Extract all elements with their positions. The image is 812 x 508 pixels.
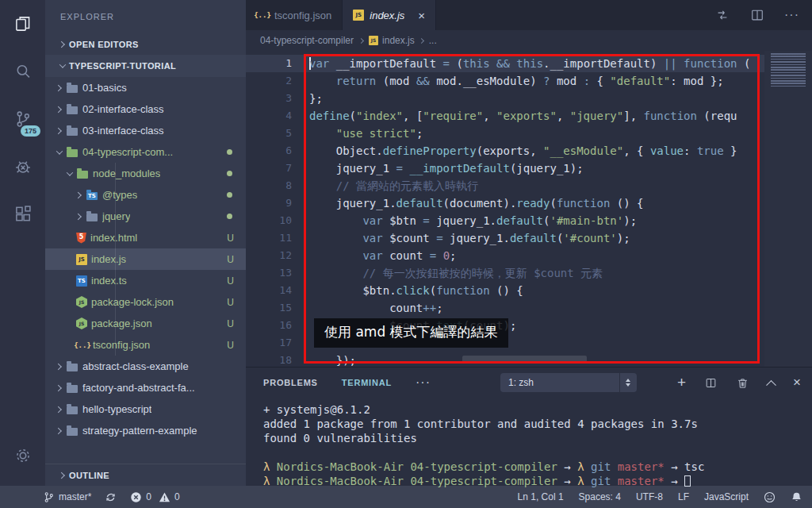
minimap[interactable]	[764, 51, 812, 367]
tree-item-@types[interactable]: TS@types	[45, 184, 246, 206]
chevron-spacer	[63, 279, 76, 283]
section-workspace[interactable]: TYPESCRIPT-TUTORIAL	[45, 55, 246, 77]
tab-terminal[interactable]: TERMINAL	[342, 378, 392, 387]
tree-item-package-lock.json[interactable]: JSpackage-lock.jsonU	[45, 291, 246, 313]
more-panels-icon[interactable]: ···	[416, 375, 431, 390]
folder-file-icon	[67, 364, 78, 371]
source-control-icon[interactable]: 175	[0, 95, 45, 143]
tab-index.js[interactable]: JSindex.js×	[343, 0, 436, 30]
tree-item-package.json[interactable]: JSpackage.jsonU	[45, 313, 246, 334]
indentation[interactable]: Spaces: 4	[579, 491, 621, 502]
encoding[interactable]: UTF-8	[636, 491, 663, 502]
tree-item-03-interface-class[interactable]: 03-interface-class	[45, 120, 246, 141]
terminal-line: + systemjs@6.1.2	[263, 402, 812, 417]
tree-item-label: strategy-pattern-example	[82, 425, 197, 437]
git-untracked-badge: U	[227, 318, 246, 329]
git-untracked-badge: U	[227, 254, 246, 265]
tree-item-label: abstract-class-example	[82, 360, 189, 372]
line-content: jquery_1.default(document).ready(functio…	[292, 194, 644, 212]
shell-selected-value: 1: zsh	[508, 377, 534, 388]
problems-status[interactable]: 0 0	[130, 491, 179, 503]
tree-item-02-interface-class[interactable]: 02-interface-class	[45, 98, 246, 120]
chevron-spacer	[63, 321, 76, 325]
feedback-smiley-icon[interactable]	[764, 491, 776, 503]
tree-item-node_modules[interactable]: node_modules	[45, 163, 246, 184]
terminal-line	[263, 445, 812, 460]
tree-item-label: index.js	[91, 253, 126, 265]
cursor-position[interactable]: Ln 1, Col 1	[518, 491, 564, 502]
breadcrumb-symbol[interactable]: ...	[429, 35, 437, 46]
tree-item-04-typescript-com...[interactable]: 04-typescript-com...	[45, 141, 246, 163]
tree-item-tsconfig.json[interactable]: {..}tsconfig.jsonU	[45, 334, 246, 356]
tree-item-factory-and-abstract-fa...[interactable]: factory-and-abstract-fa...	[45, 377, 246, 398]
tree-item-hello-typescript[interactable]: hello-typescript	[45, 398, 246, 420]
settings-gear-icon[interactable]	[0, 432, 45, 479]
folder-file-icon	[67, 406, 78, 414]
chevron-right-icon	[56, 473, 69, 478]
horizontal-scrollbar[interactable]	[462, 356, 587, 363]
sync-button[interactable]	[105, 491, 117, 503]
close-tab-icon[interactable]: ×	[418, 9, 425, 22]
chevron-right-icon	[53, 386, 66, 391]
line-number: 16	[246, 317, 292, 334]
terminal-line: λ Nordics-MacBook-Air 04-typescript-comp…	[263, 474, 812, 488]
braces-file-icon: {..}	[256, 9, 269, 21]
open-changes-icon[interactable]	[714, 7, 730, 23]
tab-tsconfig.json[interactable]: {..}tsconfig.json	[246, 0, 343, 30]
close-panel-icon[interactable]: ×	[793, 375, 801, 391]
kill-terminal-icon[interactable]	[736, 376, 749, 390]
split-editor-icon[interactable]	[749, 7, 765, 23]
split-terminal-icon[interactable]	[704, 376, 718, 390]
language-mode[interactable]: JavaScript	[704, 491, 749, 502]
new-terminal-icon[interactable]: +	[677, 374, 686, 391]
chevron-right-icon	[418, 39, 426, 43]
tree-item-label: package.json	[91, 318, 152, 329]
shell-selector[interactable]: 1: zsh	[500, 373, 637, 392]
more-actions-icon[interactable]: ···	[784, 8, 799, 22]
warnings-icon	[159, 491, 170, 503]
js-file-icon: JS	[353, 10, 364, 21]
tree-item-index.ts[interactable]: TSindex.tsU	[45, 270, 246, 291]
js-file-icon: JS	[369, 36, 378, 45]
tree-item-jquery[interactable]: jquery	[45, 206, 246, 227]
indent-guide	[115, 163, 116, 356]
git-branch-status[interactable]: master*	[43, 491, 91, 503]
errors-icon	[130, 491, 142, 503]
tree-item-strategy-pattern-example[interactable]: strategy-pattern-example	[45, 420, 246, 441]
explorer-icon[interactable]	[0, 0, 45, 48]
tree-item-index.html[interactable]: 5index.htmlU	[45, 227, 246, 248]
tab-bar: {..}tsconfig.jsonJSindex.js× ···	[246, 0, 812, 30]
line-content: return (mod && mod.__esModule) ? mod : {…	[292, 72, 724, 90]
search-icon[interactable]	[0, 48, 45, 95]
js-file-icon: JS	[76, 254, 87, 265]
code-line-2: 2 return (mod && mod.__esModule) ? mod :…	[246, 72, 764, 90]
line-content: };	[292, 90, 323, 107]
code-line-11: 11 var $count = jquery_1.default('#count…	[246, 229, 764, 247]
code-line-6: 6 Object.defineProperty(exports, "__esMo…	[246, 142, 764, 160]
tree-item-label: 02-interface-class	[82, 103, 164, 115]
breadcrumb-folder[interactable]: 04-typescript-compiler	[260, 35, 354, 46]
debug-icon[interactable]	[0, 143, 45, 190]
maximize-panel-icon[interactable]	[766, 379, 776, 390]
notifications-bell-icon[interactable]	[791, 491, 802, 503]
tree-item-abstract-class-example[interactable]: abstract-class-example	[45, 356, 246, 377]
tree-item-index.js[interactable]: JSindex.jsU	[45, 248, 246, 270]
terminal-line: found 0 vulnerabilities	[263, 431, 812, 445]
warning-count: 0	[174, 491, 180, 502]
section-outline[interactable]: OUTLINE	[45, 464, 246, 486]
tree-item-01-basics[interactable]: 01-basics	[45, 77, 246, 98]
tab-problems[interactable]: PROBLEMS	[263, 378, 318, 387]
tree-item-label: tsconfig.json	[93, 339, 150, 351]
chevron-right-icon	[53, 129, 66, 133]
code-line-8: 8 // 當網站的元素載入時執行	[246, 177, 764, 194]
breadcrumb-file[interactable]: index.js	[382, 35, 415, 46]
terminal-output[interactable]: + systemjs@6.1.2added 1 package from 1 c…	[246, 398, 812, 488]
folder-file-icon	[67, 128, 78, 136]
code-line-12: 12 var count = 0;	[246, 247, 764, 264]
line-content: "use strict";	[292, 125, 423, 142]
breadcrumb[interactable]: 04-typescript-compiler JS index.js ...	[246, 30, 812, 51]
scm-badge: 175	[21, 125, 40, 137]
extensions-icon[interactable]	[0, 190, 45, 238]
section-open-editors[interactable]: OPEN EDITORS	[45, 33, 246, 55]
eol-sequence[interactable]: LF	[678, 491, 689, 502]
